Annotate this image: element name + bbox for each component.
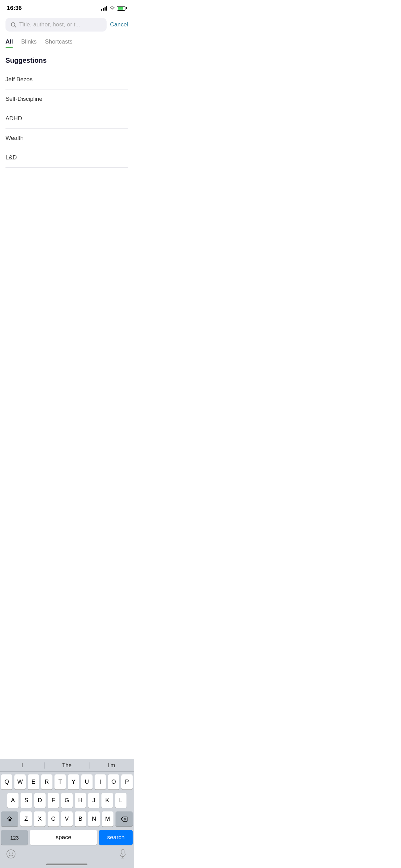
suggestion-item[interactable]: Self-Discipline bbox=[5, 89, 128, 109]
tab-shortcasts[interactable]: Shortcasts bbox=[45, 35, 72, 48]
suggestions-section: Suggestions Jeff Bezos Self-Discipline A… bbox=[0, 48, 134, 168]
wifi-icon bbox=[109, 6, 115, 10]
signal-icon bbox=[101, 6, 107, 11]
tab-all[interactable]: All bbox=[5, 35, 13, 48]
search-bar-container: Cancel bbox=[0, 14, 134, 35]
tabs-container: All Blinks Shortcasts bbox=[0, 35, 134, 48]
suggestion-item[interactable]: ADHD bbox=[5, 109, 128, 129]
tab-blinks[interactable]: Blinks bbox=[21, 35, 37, 48]
search-input-wrapper[interactable] bbox=[5, 18, 107, 32]
suggestions-title: Suggestions bbox=[5, 57, 128, 64]
svg-line-1 bbox=[14, 26, 16, 27]
status-time: 16:36 bbox=[7, 5, 22, 12]
battery-icon bbox=[117, 6, 127, 11]
search-icon bbox=[10, 22, 16, 28]
cancel-button[interactable]: Cancel bbox=[110, 20, 128, 29]
status-icons bbox=[101, 6, 127, 11]
search-input[interactable] bbox=[19, 21, 102, 28]
suggestion-item[interactable]: Jeff Bezos bbox=[5, 70, 128, 89]
suggestion-item[interactable]: L&D bbox=[5, 148, 128, 168]
suggestion-item[interactable]: Wealth bbox=[5, 129, 128, 148]
status-bar: 16:36 bbox=[0, 0, 134, 14]
